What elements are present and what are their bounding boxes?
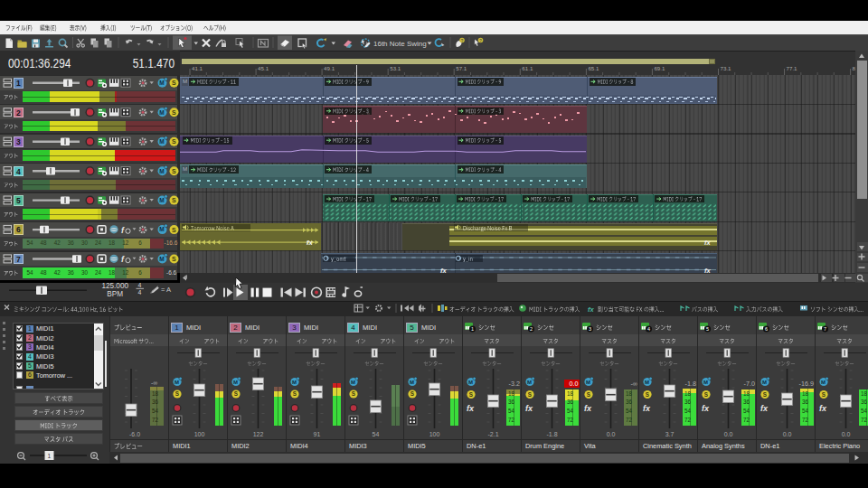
svg-text:S: S bbox=[469, 391, 473, 398]
svg-text:M: M bbox=[821, 380, 826, 385]
svg-text:M: M bbox=[703, 380, 708, 385]
svg-text:M: M bbox=[175, 380, 179, 385]
svg-text:S: S bbox=[175, 390, 179, 397]
svg-text:M: M bbox=[410, 380, 414, 385]
svg-text:M: M bbox=[351, 380, 355, 385]
svg-text:S: S bbox=[293, 390, 297, 397]
svg-text:-∞: -∞ bbox=[151, 380, 157, 386]
svg-text:M: M bbox=[468, 380, 473, 385]
svg-text:1: 1 bbox=[48, 453, 52, 459]
svg-text:M: M bbox=[292, 380, 297, 385]
svg-text:M: M bbox=[527, 380, 532, 385]
svg-text:7: 7 bbox=[824, 326, 826, 332]
svg-text:S: S bbox=[646, 391, 649, 398]
svg-text:fx: fx bbox=[584, 404, 592, 413]
svg-text:S: S bbox=[352, 390, 355, 397]
svg-text:S: S bbox=[763, 391, 767, 398]
svg-text:1: 1 bbox=[471, 326, 474, 332]
svg-text:fx: fx bbox=[819, 404, 827, 413]
svg-text:2: 2 bbox=[530, 326, 533, 332]
svg-text:M: M bbox=[233, 380, 238, 385]
svg-text:fx: fx bbox=[702, 404, 710, 413]
svg-text:S: S bbox=[587, 391, 590, 398]
svg-text:M: M bbox=[645, 380, 649, 385]
svg-text:fx: fx bbox=[525, 404, 533, 413]
svg-text:M: M bbox=[586, 380, 590, 385]
svg-text:fx: fx bbox=[760, 404, 769, 413]
svg-text:M: M bbox=[762, 380, 767, 385]
svg-text:5: 5 bbox=[706, 326, 709, 332]
svg-text:S: S bbox=[410, 390, 414, 397]
svg-text:fx: fx bbox=[467, 404, 475, 413]
svg-text:6: 6 bbox=[765, 326, 768, 332]
svg-text:3: 3 bbox=[589, 326, 591, 332]
svg-text:S: S bbox=[528, 391, 532, 398]
svg-text:S: S bbox=[822, 391, 826, 398]
svg-text:S: S bbox=[704, 391, 708, 398]
svg-text:fx: fx bbox=[643, 404, 651, 413]
svg-text:4: 4 bbox=[647, 326, 650, 332]
svg-text:S: S bbox=[234, 390, 238, 397]
